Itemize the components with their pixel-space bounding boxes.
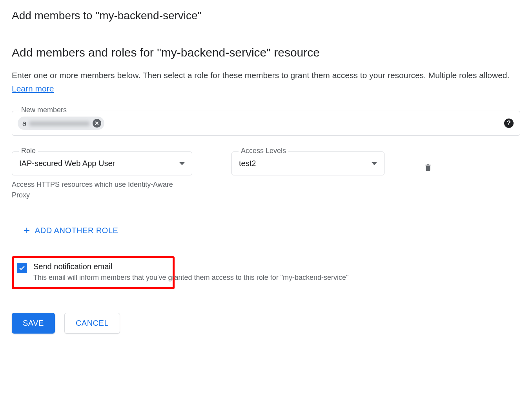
add-role-label: ADD ANOTHER ROLE [35,226,118,235]
add-another-role-button[interactable]: + ADD ANOTHER ROLE [24,224,520,237]
chip-remove-icon[interactable]: ✕ [93,119,101,128]
notification-text-group: Send notification email This email will … [33,262,349,282]
role-label: Role [19,147,38,155]
learn-more-link[interactable]: Learn more [12,84,54,93]
button-row: SAVE CANCEL [12,313,520,334]
dropdown-arrow-icon [179,162,185,165]
cancel-button[interactable]: CANCEL [64,313,120,334]
member-chip: axxxxxxxxxxxxxxxxx ✕ [18,117,104,130]
notification-label: Send notification email [33,262,349,271]
dialog-content: Add members and roles for "my-backend-se… [0,30,532,345]
notification-section: Send notification email This email will … [12,256,175,289]
plus-icon: + [24,224,30,237]
description-text: Enter one or more members below. Then se… [12,71,509,80]
section-description: Enter one or more members below. Then se… [12,69,520,95]
notification-description: This email will inform members that you'… [33,274,349,282]
dialog-header: Add members to "my-backend-service" [0,0,532,30]
save-button[interactable]: SAVE [12,313,55,334]
role-group: Role IAP-secured Web App User Access HTT… [12,151,192,201]
members-input[interactable]: axxxxxxxxxxxxxxxxx ✕ ? [12,111,520,136]
chip-obscured: xxxxxxxxxxxxxxxxx [29,119,89,128]
role-row: Role IAP-secured Web App User Access HTT… [12,151,520,201]
members-label: New members [19,106,69,114]
section-title: Add members and roles for "my-backend-se… [12,46,520,59]
help-icon[interactable]: ? [504,119,514,128]
access-levels-group: Access Levels test2 [231,151,384,175]
role-value: IAP-secured Web App User [19,159,115,168]
access-levels-select[interactable]: test2 [231,151,384,175]
access-levels-label: Access Levels [239,147,288,155]
role-select[interactable]: IAP-secured Web App User [12,151,192,175]
dropdown-arrow-icon [372,162,377,165]
role-helper-text: Access HTTPS resources which use Identit… [12,179,192,201]
notification-checkbox[interactable] [17,263,27,273]
chip-prefix: a [22,119,26,128]
members-field: New members axxxxxxxxxxxxxxxxx ✕ ? [12,111,520,136]
dialog-title: Add members to "my-backend-service" [12,9,520,22]
delete-role-icon[interactable] [424,162,432,174]
access-levels-value: test2 [239,159,256,168]
